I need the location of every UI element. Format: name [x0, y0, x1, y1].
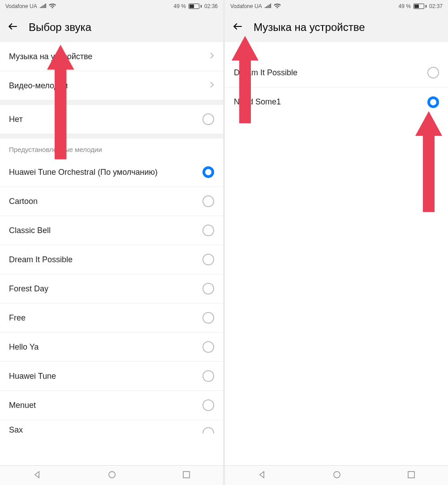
nav-bar	[0, 465, 223, 485]
radio-icon[interactable]	[202, 399, 214, 411]
signal-icon	[265, 3, 271, 9]
page-title: Выбор звука	[29, 21, 91, 34]
radio-icon[interactable]	[202, 254, 214, 265]
status-bar: Vodafone UA 49 % 02:37	[225, 0, 448, 13]
svg-point-0	[109, 472, 115, 478]
header: Музыка на устройстве	[225, 13, 448, 42]
ringtone-option[interactable]: Hello Ya	[0, 333, 223, 362]
row-label: Hello Ya	[9, 342, 39, 352]
content: Музыка на устройстве Видео-мелодии Нет П…	[0, 42, 223, 465]
row-label: Free	[9, 313, 26, 323]
chevron-right-icon	[210, 52, 214, 61]
chevron-right-icon	[210, 81, 214, 91]
battery-percent: 49 %	[174, 3, 186, 9]
row-label: Sax	[9, 425, 23, 435]
phone-right: Vodafone UA 49 % 02:37 Музыка на устройс…	[225, 0, 448, 485]
svg-point-2	[334, 472, 340, 478]
row-label: Huawei Tune	[9, 372, 56, 381]
nav-bar	[225, 465, 448, 485]
radio-icon[interactable]	[202, 370, 214, 382]
ringtone-option[interactable]: Huawei Tune Orchestral (По умолчанию)	[0, 158, 223, 187]
row-label: Forest Day	[9, 284, 48, 294]
nav-video-melodies[interactable]: Видео-мелодии	[0, 71, 223, 100]
ringtone-option[interactable]: Free	[0, 303, 223, 333]
battery-icon	[189, 4, 202, 9]
wifi-icon	[49, 3, 56, 10]
wifi-icon	[274, 3, 281, 10]
nav-home-icon[interactable]	[108, 470, 116, 481]
radio-icon[interactable]	[202, 427, 214, 433]
back-arrow-icon[interactable]	[7, 21, 19, 34]
header: Выбор звука	[0, 13, 223, 42]
clock-label: 02:37	[429, 3, 443, 9]
row-label: Dream It Possible	[234, 68, 297, 78]
page-title: Музыка на устройстве	[254, 21, 365, 34]
radio-icon[interactable]	[202, 283, 214, 294]
section-break	[0, 100, 223, 105]
ringtone-option[interactable]: Dream It Possible	[0, 245, 223, 274]
radio-icon[interactable]	[202, 341, 214, 353]
row-label: Menuet	[9, 401, 36, 410]
radio-icon[interactable]	[202, 225, 214, 236]
svg-rect-1	[183, 472, 190, 478]
radio-icon[interactable]	[202, 166, 214, 178]
section-break	[0, 134, 223, 139]
radio-icon[interactable]	[202, 312, 214, 324]
radio-icon[interactable]	[202, 113, 214, 125]
content: Dream It Possible Need Some1	[225, 42, 448, 465]
ringtone-option[interactable]: Forest Day	[0, 274, 223, 303]
row-label: Нет	[9, 115, 23, 124]
ringtone-option[interactable]: Sax	[0, 420, 223, 440]
nav-recent-icon[interactable]	[182, 471, 190, 481]
ringtone-option[interactable]: Cartoon	[0, 187, 223, 216]
row-label: Dream It Possible	[9, 255, 73, 264]
signal-icon	[40, 3, 46, 9]
phone-left: Vodafone UA 49 % 02:36 Выбор звука Музык…	[0, 0, 223, 485]
ringtone-option[interactable]: Huawei Tune	[0, 362, 223, 391]
clock-label: 02:36	[204, 3, 218, 9]
nav-back-icon[interactable]	[258, 470, 267, 481]
carrier-label: Vodafone UA	[230, 3, 262, 9]
battery-icon	[414, 4, 426, 9]
radio-icon[interactable]	[427, 67, 439, 78]
svg-rect-3	[408, 472, 414, 478]
row-label: Cartoon	[9, 197, 38, 206]
song-option[interactable]: Dream It Possible	[225, 58, 448, 87]
radio-icon[interactable]	[427, 96, 439, 108]
nav-music-on-device[interactable]: Музыка на устройстве	[0, 42, 223, 71]
song-option[interactable]: Need Some1	[225, 87, 448, 117]
nav-home-icon[interactable]	[332, 470, 341, 481]
row-label: Видео-мелодии	[9, 81, 68, 91]
status-bar: Vodafone UA 49 % 02:36	[0, 0, 223, 13]
row-label: Huawei Tune Orchestral (По умолчанию)	[9, 168, 158, 177]
row-label: Classic Bell	[9, 226, 51, 235]
carrier-label: Vodafone UA	[5, 3, 37, 9]
back-arrow-icon[interactable]	[232, 21, 244, 34]
ringtone-option[interactable]: Menuet	[0, 391, 223, 420]
row-label: Need Some1	[234, 97, 281, 107]
section-label: Предустановленные мелодии	[0, 139, 223, 158]
battery-percent: 49 %	[399, 3, 411, 9]
option-none[interactable]: Нет	[0, 105, 223, 134]
radio-icon[interactable]	[202, 195, 214, 207]
row-label: Музыка на устройстве	[9, 52, 92, 61]
ringtone-option[interactable]: Classic Bell	[0, 216, 223, 245]
nav-recent-icon[interactable]	[407, 471, 415, 481]
nav-back-icon[interactable]	[33, 470, 42, 481]
